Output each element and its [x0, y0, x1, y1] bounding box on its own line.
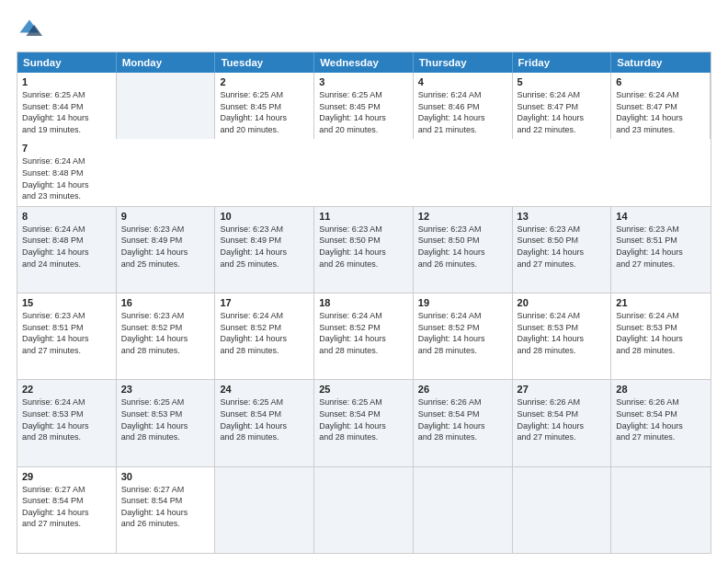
cell-line: Daylight: 14 hours — [121, 507, 210, 519]
day-num: 2 — [220, 76, 309, 87]
cell-line: Sunset: 8:46 PM — [418, 101, 507, 113]
cell-line: Daylight: 14 hours — [418, 247, 507, 259]
cal-cell-day-19: 19Sunrise: 6:24 AMSunset: 8:52 PMDayligh… — [414, 293, 513, 379]
cal-cell-day-26: 26Sunrise: 6:26 AMSunset: 8:54 PMDayligh… — [414, 380, 513, 465]
cal-cell-day-10: 10Sunrise: 6:23 AMSunset: 8:49 PMDayligh… — [215, 207, 314, 293]
cell-line: Sunset: 8:53 PM — [22, 408, 111, 420]
cell-line: Daylight: 14 hours — [121, 420, 210, 432]
calendar: SundayMondayTuesdayWednesdayThursdayFrid… — [17, 52, 711, 554]
cell-line: Daylight: 14 hours — [22, 179, 112, 191]
cell-line: Daylight: 14 hours — [121, 247, 210, 259]
cell-line: Sunset: 8:50 PM — [319, 235, 408, 247]
header-cell-wednesday: Wednesday — [314, 52, 414, 73]
cal-cell-day-11: 11Sunrise: 6:23 AMSunset: 8:50 PMDayligh… — [314, 207, 414, 293]
cell-line: and 25 minutes. — [220, 259, 309, 270]
cell-line: and 26 minutes. — [418, 259, 507, 270]
cal-cell-day-25: 25Sunrise: 6:25 AMSunset: 8:54 PMDayligh… — [314, 380, 414, 465]
calendar-week-2: 8Sunrise: 6:24 AMSunset: 8:48 PMDaylight… — [17, 207, 711, 293]
cal-cell-day-28: 28Sunrise: 6:26 AMSunset: 8:54 PMDayligh… — [611, 380, 711, 465]
cell-line: Sunrise: 6:23 AM — [319, 224, 408, 236]
cell-line: Sunset: 8:50 PM — [518, 235, 607, 247]
cell-line: Sunset: 8:47 PM — [518, 101, 607, 113]
cell-line: and 20 minutes. — [319, 124, 408, 136]
day-num: 30 — [121, 471, 210, 482]
cell-line: Sunset: 8:48 PM — [22, 167, 112, 179]
cell-line: and 28 minutes. — [121, 345, 210, 357]
day-num: 25 — [319, 384, 408, 395]
cell-line: Sunset: 8:53 PM — [616, 322, 706, 334]
cell-line: Sunrise: 6:23 AM — [616, 224, 706, 236]
cell-line: Sunset: 8:45 PM — [220, 101, 309, 113]
cell-line: and 28 minutes. — [319, 431, 408, 443]
calendar-week-4: 22Sunrise: 6:24 AMSunset: 8:53 PMDayligh… — [17, 380, 711, 466]
cell-line: and 28 minutes. — [121, 431, 210, 443]
cell-line: Sunrise: 6:23 AM — [22, 310, 111, 322]
cal-cell-day-29: 29Sunrise: 6:27 AMSunset: 8:54 PMDayligh… — [17, 467, 117, 553]
cell-line: and 26 minutes. — [319, 259, 408, 270]
cell-line: Daylight: 14 hours — [22, 112, 111, 124]
cal-cell-day-15: 15Sunrise: 6:23 AMSunset: 8:51 PMDayligh… — [17, 293, 117, 379]
cal-cell-day-empty-3-5 — [513, 467, 612, 553]
cell-line: Sunrise: 6:25 AM — [22, 89, 111, 101]
header-cell-saturday: Saturday — [611, 52, 711, 73]
page: SundayMondayTuesdayWednesdayThursdayFrid… — [0, 0, 728, 563]
cell-line: Sunset: 8:54 PM — [319, 408, 408, 420]
cell-line: and 26 minutes. — [121, 518, 210, 530]
cell-line: Daylight: 14 hours — [616, 112, 705, 124]
cal-cell-day-20: 20Sunrise: 6:24 AMSunset: 8:53 PMDayligh… — [513, 293, 612, 379]
cell-line: Sunrise: 6:23 AM — [518, 224, 607, 236]
logo — [17, 17, 46, 42]
header — [17, 17, 711, 42]
cal-cell-day-24: 24Sunrise: 6:25 AMSunset: 8:54 PMDayligh… — [215, 380, 314, 465]
cell-line: Sunrise: 6:25 AM — [121, 396, 210, 408]
day-num: 17 — [220, 297, 309, 308]
cell-line: Sunrise: 6:24 AM — [319, 310, 408, 322]
calendar-header: SundayMondayTuesdayWednesdayThursdayFrid… — [17, 52, 711, 73]
cell-line: Daylight: 14 hours — [220, 420, 309, 432]
cell-line: Sunset: 8:44 PM — [22, 101, 111, 113]
header-cell-monday: Monday — [117, 52, 216, 73]
day-num: 28 — [616, 384, 706, 395]
cal-cell-day-16: 16Sunrise: 6:23 AMSunset: 8:52 PMDayligh… — [117, 293, 216, 379]
cal-cell-day-empty-3-2 — [215, 467, 314, 553]
day-num: 10 — [220, 211, 309, 222]
cell-line: Sunset: 8:52 PM — [319, 322, 408, 334]
cal-cell-day-30: 30Sunrise: 6:27 AMSunset: 8:54 PMDayligh… — [117, 467, 216, 553]
cell-line: and 21 minutes. — [418, 124, 507, 136]
cell-line: and 22 minutes. — [518, 124, 607, 136]
cal-cell-day-21: 21Sunrise: 6:24 AMSunset: 8:53 PMDayligh… — [611, 293, 711, 379]
cell-line: Sunrise: 6:27 AM — [22, 484, 111, 496]
cell-line: and 27 minutes. — [616, 259, 706, 270]
day-num: 21 — [616, 297, 706, 308]
day-num: 9 — [121, 211, 210, 222]
cal-cell-day-27: 27Sunrise: 6:26 AMSunset: 8:54 PMDayligh… — [513, 380, 612, 465]
calendar-week-5: 29Sunrise: 6:27 AMSunset: 8:54 PMDayligh… — [17, 467, 711, 553]
cell-line: Sunset: 8:47 PM — [616, 101, 705, 113]
cal-cell-day-17: 17Sunrise: 6:24 AMSunset: 8:52 PMDayligh… — [215, 293, 314, 379]
cell-line: Sunset: 8:52 PM — [220, 322, 309, 334]
cell-line: Sunrise: 6:25 AM — [319, 396, 408, 408]
day-num: 15 — [22, 297, 111, 308]
day-num: 23 — [121, 384, 210, 395]
cell-line: Sunset: 8:52 PM — [121, 322, 210, 334]
day-num: 27 — [518, 384, 607, 395]
header-cell-sunday: Sunday — [17, 52, 117, 73]
cell-line: Sunset: 8:45 PM — [319, 101, 408, 113]
day-num: 5 — [518, 76, 607, 87]
day-num: 18 — [319, 297, 408, 308]
cell-line: Daylight: 14 hours — [22, 420, 111, 432]
cell-line: Sunrise: 6:23 AM — [418, 224, 507, 236]
cell-line: Sunrise: 6:23 AM — [121, 224, 210, 236]
cal-cell-day-18: 18Sunrise: 6:24 AMSunset: 8:52 PMDayligh… — [314, 293, 414, 379]
cell-line: and 27 minutes. — [22, 345, 111, 357]
cell-line: Sunrise: 6:24 AM — [518, 89, 607, 101]
cell-line: Sunset: 8:54 PM — [418, 408, 507, 420]
cell-line: Sunrise: 6:24 AM — [518, 310, 607, 322]
cell-line: Sunset: 8:53 PM — [518, 322, 607, 334]
calendar-week-1: 1Sunrise: 6:25 AMSunset: 8:44 PMDaylight… — [17, 73, 711, 207]
cell-line: and 27 minutes. — [518, 431, 607, 443]
cell-line: and 25 minutes. — [121, 259, 210, 270]
cell-line: Sunset: 8:54 PM — [121, 495, 210, 507]
cell-line: Daylight: 14 hours — [418, 112, 507, 124]
cell-line: Daylight: 14 hours — [220, 247, 309, 259]
